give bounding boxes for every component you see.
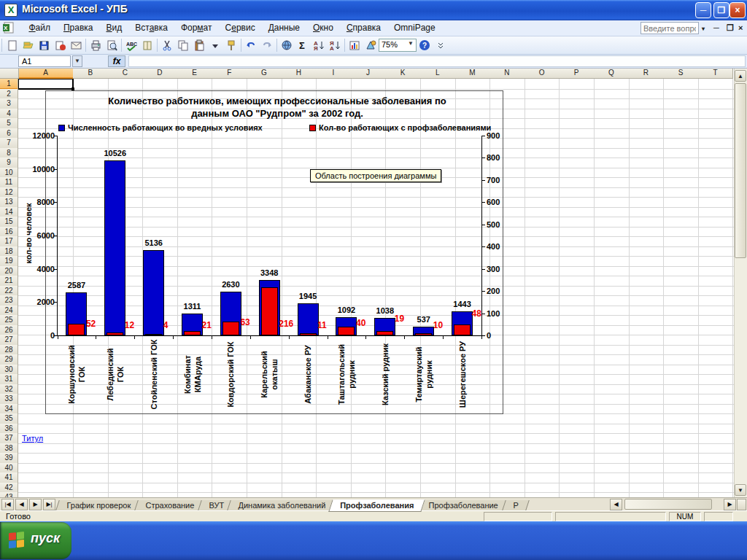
active-cell-a1[interactable] [18,78,74,90]
bar-series2[interactable] [184,331,201,335]
row-header-33[interactable]: 33 [0,394,18,405]
hscrollbar-thumb[interactable] [624,499,712,510]
new-icon[interactable] [4,38,20,53]
column-header-G[interactable]: G [247,69,282,79]
hscroll-left-button[interactable]: ◀ [610,499,622,510]
column-header-R[interactable]: R [629,69,665,79]
row-header-1[interactable]: 1 [0,79,18,90]
column-header-J[interactable]: J [351,69,387,79]
sort-ascending-icon[interactable]: АЯ [311,38,327,53]
row-header-20[interactable]: 20 [0,266,18,277]
drawing-icon[interactable] [363,38,379,53]
print-icon[interactable] [88,38,104,53]
column-header-P[interactable]: P [559,69,595,79]
copy-icon[interactable] [175,38,191,53]
column-header-I[interactable]: I [316,69,352,79]
column-header-M[interactable]: M [455,69,491,79]
menu-вид[interactable]: Вид [100,20,129,36]
row-header-23[interactable]: 23 [0,295,18,306]
paste-dropdown-icon[interactable] [207,38,223,53]
row-header-26[interactable]: 26 [0,325,18,336]
row-header-27[interactable]: 27 [0,335,18,346]
row-header-16[interactable]: 16 [0,227,18,238]
bar-series1[interactable] [143,250,164,335]
menu-данные[interactable]: Данные [262,20,306,36]
next-sheet-button[interactable]: ▶ [29,499,42,510]
row-header-29[interactable]: 29 [0,354,18,365]
row-header-36[interactable]: 36 [0,424,18,435]
name-box[interactable]: A1 [18,55,71,67]
row-header-38[interactable]: 38 [0,443,18,454]
row-header-3[interactable]: 3 [0,98,18,109]
row-header-37[interactable]: 37 [0,433,18,444]
bar-series2[interactable] [222,322,239,335]
column-header-O[interactable]: O [525,69,560,79]
row-header-11[interactable]: 11 [0,177,18,188]
row-header-31[interactable]: 31 [0,374,18,385]
row-header-40[interactable]: 40 [0,463,18,474]
vscroll-down-button[interactable]: ▼ [735,484,746,496]
row-header-39[interactable]: 39 [0,453,18,464]
worksheet[interactable]: Количество работников, имеющих профессио… [0,69,747,497]
a1-fill-handle[interactable] [71,88,74,90]
spelling-icon[interactable]: ABC [123,38,139,53]
row-header-10[interactable]: 10 [0,168,18,179]
tab-split-handle[interactable] [737,499,746,510]
question-dropdown-icon[interactable]: ▾ [702,26,705,32]
workbook-minimize-icon[interactable]: ─ [713,23,719,32]
menu-вставка[interactable]: Вставка [128,20,174,36]
bar-series2[interactable] [415,333,432,335]
bar-series2[interactable] [145,334,162,335]
print-preview-icon[interactable] [104,38,120,53]
row-header-8[interactable]: 8 [0,148,18,159]
format-painter-icon[interactable] [223,38,239,53]
menu-формат[interactable]: Формат [174,20,219,36]
row-header-42[interactable]: 42 [0,483,18,494]
row-header-9[interactable]: 9 [0,158,18,168]
first-sheet-button[interactable]: |◀ [1,499,14,510]
select-all-corner[interactable] [0,69,19,79]
row-header-30[interactable]: 30 [0,365,18,376]
menu-omnipage[interactable]: OmniPage [387,20,442,36]
column-header-H[interactable]: H [282,69,317,79]
menu-файл[interactable]: Файл [22,20,57,36]
undo-icon[interactable] [243,38,259,53]
vscroll-up-button[interactable]: ▲ [735,70,746,82]
hscroll-right-button[interactable]: ▶ [724,499,736,510]
column-header-T[interactable]: T [698,69,734,79]
row-header-2[interactable]: 2 [0,89,18,100]
cut-icon[interactable] [159,38,175,53]
minimize-button[interactable]: ─ [695,2,711,18]
formula-input[interactable] [128,55,746,67]
row-header-28[interactable]: 28 [0,345,18,356]
row-header-4[interactable]: 4 [0,109,18,120]
row-header-18[interactable]: 18 [0,246,18,257]
row-header-5[interactable]: 5 [0,118,18,129]
column-header-E[interactable]: E [177,69,213,79]
row-header-34[interactable]: 34 [0,404,18,415]
column-header-C[interactable]: C [108,69,144,79]
row-header-32[interactable]: 32 [0,384,18,395]
autosum-icon[interactable]: Σ [295,38,311,53]
bar-series1[interactable] [298,303,319,335]
column-header-F[interactable]: F [212,69,247,79]
row-header-14[interactable]: 14 [0,207,18,218]
workbook-restore-icon[interactable]: ❒ [727,23,734,33]
insert-function-button[interactable]: fx [108,55,125,67]
mail-icon[interactable] [68,38,84,53]
titul-hyperlink[interactable]: Титул [22,434,43,443]
bar-series2[interactable] [376,331,393,335]
redo-icon[interactable] [259,38,275,53]
row-header-22[interactable]: 22 [0,286,18,297]
menu-сервис[interactable]: Сервис [219,20,262,36]
column-header-A[interactable]: A [18,69,74,79]
row-header-7[interactable]: 7 [0,138,18,149]
row-header-24[interactable]: 24 [0,306,18,316]
vscrollbar-thumb[interactable] [735,83,746,258]
chart-wizard-icon[interactable] [347,38,363,53]
row-header-17[interactable]: 17 [0,236,18,247]
row-header-35[interactable]: 35 [0,413,18,424]
bar-series2[interactable] [261,287,278,335]
bar-series2[interactable] [300,333,317,335]
menu-окно[interactable]: Окно [306,20,340,36]
